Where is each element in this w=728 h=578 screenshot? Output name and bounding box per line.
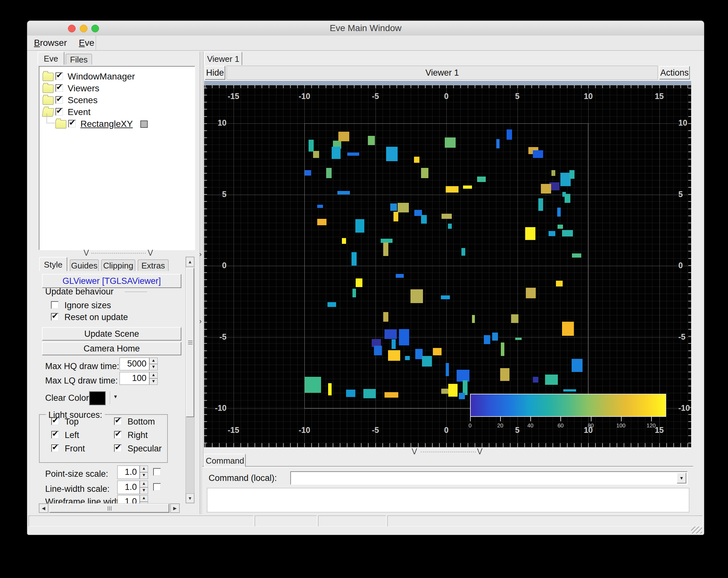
scroll-right-icon[interactable]: ▶	[171, 504, 179, 513]
max-hq-stepper[interactable]: ▲▼	[149, 358, 158, 370]
window-title: Eve Main Window	[27, 21, 704, 35]
tab-extras[interactable]: Extras	[138, 260, 168, 271]
line-width-checkbox[interactable]	[153, 483, 161, 491]
tree-checkbox[interactable]: ✔	[55, 96, 63, 104]
scroll-up-icon[interactable]: ▲	[186, 257, 194, 267]
spin-down-icon[interactable]: ▼	[140, 472, 148, 479]
eve-tree-view[interactable]: ✔WindowManager✔Viewers✔Scenes✔Event✔Rect…	[39, 66, 195, 250]
spin-up-icon[interactable]: ▲	[140, 466, 148, 472]
scene-rectangle	[353, 289, 356, 297]
ignore-sizes-checkbox[interactable]	[51, 301, 59, 309]
command-output-area[interactable]	[207, 488, 689, 512]
spin-up-icon[interactable]: ▲	[140, 481, 148, 487]
max-lq-stepper[interactable]: ▲▼	[149, 372, 158, 385]
check-icon: ✔	[56, 71, 62, 80]
splitter-handle[interactable]	[421, 451, 476, 452]
max-hq-input[interactable]: 5000	[120, 358, 149, 370]
menu-browser[interactable]: Browser	[34, 35, 67, 50]
camera-home-button[interactable]: Camera Home	[42, 342, 181, 355]
render-state-swatch[interactable]	[140, 121, 148, 128]
scene-rectangle	[421, 215, 427, 224]
tree-checkbox[interactable]: ✔	[55, 84, 63, 92]
max-lq-label: Max LQ draw time:	[45, 376, 118, 386]
axis-label-bottom: 15	[647, 425, 672, 435]
status-segment-2	[318, 516, 386, 526]
splitter-chevron-icon[interactable]: ⋁	[412, 448, 417, 454]
tree-item-viewers[interactable]: ✔Viewers	[42, 83, 192, 94]
bottom-light-checkbox[interactable]: ✔	[114, 418, 122, 425]
reset-on-update-checkbox[interactable]: ✔	[51, 313, 59, 321]
tab-clipping[interactable]: Clipping	[101, 260, 135, 271]
max-lq-input[interactable]: 100	[120, 372, 149, 385]
vscrollbar-thumb[interactable]	[186, 268, 194, 417]
glviewer-button[interactable]: GLViewer [TGLSAViewer]	[42, 274, 181, 288]
spin-up-icon[interactable]: ▲	[149, 372, 158, 378]
tree-item-windowmanager[interactable]: ✔WindowManager	[42, 71, 192, 82]
point-size-checkbox[interactable]	[153, 468, 161, 476]
actions-button[interactable]: Actions	[659, 66, 690, 79]
specular-light-checkbox[interactable]: ✔	[114, 444, 122, 452]
tree-item-scenes[interactable]: ✔Scenes	[42, 95, 192, 105]
menu-eve[interactable]: Eve	[79, 35, 94, 50]
spin-down-icon[interactable]: ▼	[140, 487, 148, 494]
wireframe-width-stepper[interactable]: ▲▼	[140, 495, 148, 503]
folder-icon[interactable]	[43, 85, 53, 93]
splitter-handle[interactable]	[91, 253, 146, 254]
tab-files[interactable]: Files	[66, 54, 92, 65]
scene-rectangle	[414, 157, 419, 163]
scene-rectangle	[326, 168, 332, 178]
splitter-chevron-icon[interactable]: ⋁	[84, 249, 89, 255]
scroll-down-icon[interactable]: ▼	[186, 493, 194, 503]
update-scene-button[interactable]: Update Scene	[42, 327, 181, 341]
editor-vscrollbar[interactable]: ▲ ▼	[185, 257, 194, 503]
folder-icon[interactable]	[55, 120, 66, 129]
gl-viewport[interactable]: 020406080100120 -15-15-10-10-5-500551010…	[204, 85, 691, 447]
point-size-stepper[interactable]: ▲▼	[140, 466, 148, 479]
tab-command[interactable]: Command	[204, 454, 246, 467]
splitter-chevron-icon[interactable]: ⋁	[148, 249, 153, 255]
folder-icon[interactable]	[43, 73, 53, 81]
folder-icon[interactable]	[43, 97, 53, 105]
tree-checkbox[interactable]: ✔	[55, 72, 63, 80]
tree-checkbox[interactable]: ✔	[68, 120, 76, 128]
hide-button[interactable]: Hide	[205, 66, 225, 80]
tab-guides[interactable]: Guides	[70, 260, 99, 271]
command-dropdown-icon[interactable]: ▼	[677, 473, 686, 483]
point-size-input[interactable]: 1.0	[117, 466, 140, 479]
clear-color-swatch[interactable]	[89, 391, 106, 405]
front-light-checkbox[interactable]: ✔	[51, 444, 59, 452]
color-dropdown-icon[interactable]: ▼	[113, 394, 118, 399]
splitter-arrow-icon[interactable]: ›	[199, 317, 202, 325]
title-bar[interactable]: Eve Main Window	[27, 21, 704, 36]
splitter-arrow-icon[interactable]: ›	[199, 250, 202, 259]
tab-style[interactable]: Style	[39, 257, 67, 271]
tab-eve[interactable]: Eve	[37, 52, 64, 65]
scene-rectangle	[500, 368, 510, 381]
hscrollbar-thumb[interactable]	[49, 504, 169, 513]
command-input[interactable]	[290, 471, 687, 485]
right-light-checkbox[interactable]: ✔	[114, 431, 122, 439]
spin-down-icon[interactable]: ▼	[149, 364, 158, 370]
scroll-left-icon[interactable]: ◀	[39, 504, 48, 513]
top-light-checkbox[interactable]: ✔	[51, 418, 59, 425]
tree-item-rectanglexy[interactable]: ✔RectangleXY	[42, 118, 192, 129]
splitter-chevron-icon[interactable]: ⋁	[477, 448, 482, 454]
axis-label-left: 5	[209, 190, 227, 199]
tree-item-event[interactable]: ✔Event	[42, 106, 192, 117]
check-icon: ✔	[69, 118, 75, 127]
spin-down-icon[interactable]: ▼	[149, 378, 158, 385]
wireframe-width-input[interactable]: 1.0	[117, 495, 140, 503]
spin-up-icon[interactable]: ▲	[140, 495, 148, 502]
panel-splitter[interactable]	[200, 52, 204, 514]
left-light-checkbox[interactable]: ✔	[51, 431, 59, 439]
editor-hscrollbar[interactable]: ◀ ▶	[39, 503, 180, 513]
update-behaviour-label: Update behaviour	[45, 287, 113, 297]
viewer-title-bar[interactable]: Viewer 1	[227, 66, 658, 80]
tab-viewer-1[interactable]: Viewer 1	[204, 52, 242, 65]
spin-up-icon[interactable]: ▲	[149, 358, 158, 364]
line-width-input[interactable]: 1.0	[117, 481, 140, 494]
axis-label-top: -15	[221, 91, 246, 101]
line-width-stepper[interactable]: ▲▼	[140, 481, 148, 494]
tree-checkbox[interactable]: ✔	[55, 108, 63, 116]
scene-rectangle	[383, 312, 388, 322]
